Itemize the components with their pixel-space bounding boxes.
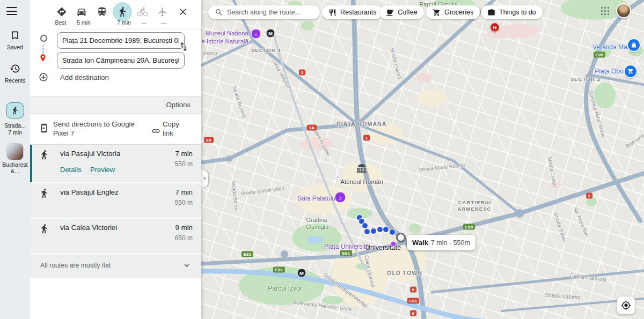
account-avatar[interactable] — [616, 3, 631, 18]
route-tooltip[interactable]: Walk 7 min · 550m — [407, 235, 475, 250]
map-annotations: Parcul CirculuiMuzeul Naționale Istorie … — [201, 0, 644, 319]
map-label: Strada Maria Rosetti — [418, 162, 465, 173]
map-label: Strada Polonă — [389, 47, 402, 79]
mode-drive-label: 5 min — [72, 19, 96, 26]
walking-route-dot — [362, 223, 368, 228]
road-shield: 1A — [307, 125, 317, 131]
sidebar-item-recents[interactable]: Recents — [0, 63, 30, 84]
walk-icon — [11, 106, 19, 115]
walking-route-dot — [377, 227, 383, 232]
restaurant-icon — [328, 9, 336, 17]
options-band: Options — [30, 96, 201, 114]
swap-icon — [178, 41, 189, 53]
route-title: via Calea Victoriei — [60, 224, 117, 232]
mode-best-button[interactable] — [52, 2, 71, 21]
google-apps-icon[interactable] — [601, 7, 610, 16]
road-shield: 1 — [299, 70, 305, 76]
metro-station-icon[interactable]: M — [297, 269, 306, 278]
recent-place-thumbnail[interactable] — [7, 144, 23, 160]
mode-flight-button[interactable] — [153, 2, 172, 21]
sidebar-item-saved[interactable]: Saved — [0, 30, 30, 50]
options-button[interactable]: Options — [166, 101, 191, 109]
museum-poi-icon[interactable]: ⌂ — [251, 29, 261, 39]
map-label: Str. Popa Nan — [572, 206, 590, 238]
map-label: Strada Labirint — [544, 292, 581, 301]
chip-groceries[interactable]: Groceries — [426, 5, 480, 19]
map-label: Strada Buzești — [231, 85, 247, 118]
map-label: SECTOR 2 — [570, 76, 601, 82]
mode-walk-button-selected[interactable] — [113, 2, 132, 21]
recents-label: Recents — [0, 77, 30, 84]
mall-poi-icon[interactable] — [627, 38, 641, 52]
road-shield: 6 — [410, 287, 416, 293]
route-preview-link[interactable]: Preview — [90, 166, 115, 174]
destination-marker[interactable] — [396, 233, 406, 242]
mode-transit-button[interactable] — [92, 2, 112, 21]
road-shield: 1 — [363, 135, 370, 141]
map-label: CARTIERUL — [458, 199, 493, 205]
my-location-icon — [621, 300, 631, 310]
walk-icon — [39, 150, 49, 160]
metro-station-icon[interactable]: M — [266, 29, 275, 38]
chip-label: Things to do — [499, 9, 536, 16]
destination-input[interactable] — [57, 52, 185, 69]
mode-bike-button[interactable] — [133, 2, 152, 21]
send-directions-button[interactable]: Send directions to Google Pixel 7 — [53, 120, 148, 138]
add-destination-row[interactable]: Add destination — [30, 70, 201, 86]
close-directions-button[interactable] — [173, 2, 193, 21]
map-label: OLD TOWN — [387, 270, 422, 276]
map-label: Sala Palatului — [297, 195, 336, 202]
route-option-1[interactable]: via Pasajul Victoria 7 min 550 m Details… — [30, 145, 201, 183]
copy-link-button[interactable]: Copy link — [163, 120, 192, 138]
route-option-3[interactable]: via Calea Victoriei 9 min 650 m — [30, 219, 201, 254]
cart-icon — [433, 9, 441, 17]
map-label: Piața Universită — [324, 243, 369, 250]
recent-route-duration: 7 min — [0, 129, 30, 136]
concert-hall-poi-icon[interactable]: ♪ — [335, 192, 346, 203]
road-shield: 1A — [204, 137, 214, 143]
chip-restaurants[interactable]: Restaurants — [322, 5, 383, 19]
route-duration: 9 min — [175, 224, 193, 232]
saved-label: Saved — [0, 44, 30, 50]
route-details-link[interactable]: Details — [60, 166, 82, 174]
tooltip-mode: Walk — [412, 239, 428, 247]
map-label: e Istorie Naturală... — [201, 38, 253, 44]
search-along-route[interactable]: Search along the route... — [208, 5, 320, 19]
hospital-marker[interactable]: H — [490, 23, 500, 32]
route-option-2[interactable]: via Pasajul Englez 7 min 550 m — [30, 183, 201, 219]
map-label: SECTOR 1 — [251, 47, 281, 53]
market-poi-icon[interactable] — [624, 64, 638, 78]
directions-icon — [56, 6, 67, 17]
walk-icon — [39, 224, 49, 234]
recent-route-label: Strada... — [0, 122, 30, 129]
map-label: Calea Călărași — [569, 272, 607, 283]
map-canvas[interactable]: Parcul CirculuiMuzeul Naționale Istorie … — [201, 0, 644, 319]
road-shield: 6 — [410, 310, 416, 316]
history-icon — [10, 63, 20, 74]
road-shield: E81 — [340, 250, 352, 256]
poi-dot — [391, 241, 397, 247]
collapse-panel-button[interactable] — [201, 170, 208, 187]
search-placeholder: Search along the route... — [227, 9, 301, 16]
map-label: ulescu — [202, 50, 217, 56]
close-icon — [178, 6, 188, 17]
route-title: via Pasajul Englez — [60, 188, 119, 196]
map-label: Șoseaua Mihai Bravu — [588, 90, 606, 138]
recent-route-chip[interactable] — [6, 102, 24, 118]
elevation-summary-row[interactable]: All routes are mostly flat — [30, 254, 201, 278]
my-location-button[interactable] — [617, 296, 635, 314]
chip-coffee[interactable]: Coffee — [379, 5, 424, 19]
menu-icon[interactable] — [6, 7, 17, 16]
route-distance: 550 m — [175, 160, 193, 168]
chevron-down-icon — [182, 261, 192, 270]
route-title: via Pasajul Victoria — [60, 150, 120, 158]
mode-drive-button[interactable] — [72, 2, 91, 21]
recent-place-label: Bucharest &... — [1, 161, 29, 174]
mode-flight-label: — — [152, 19, 175, 26]
chip-things-to-do[interactable]: Things to do — [481, 5, 543, 19]
swap-locations-button[interactable] — [178, 41, 189, 53]
map-label: Veranda Mall — [592, 43, 630, 51]
origin-input[interactable] — [57, 32, 185, 49]
left-rail: Saved Recents Strada... 7 min Bucharest … — [0, 0, 30, 319]
transit-icon — [97, 6, 107, 17]
